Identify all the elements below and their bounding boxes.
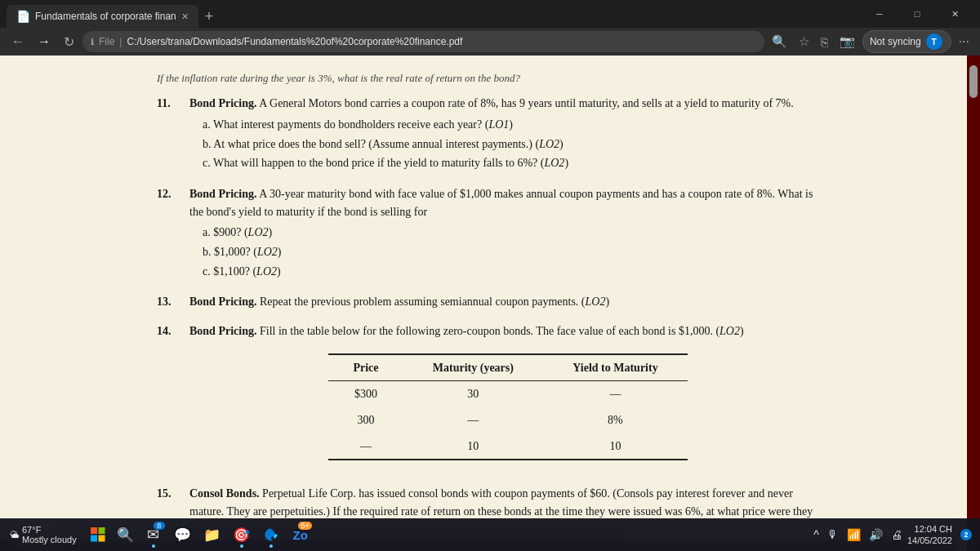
- protocol-label: File: [99, 36, 114, 47]
- edge-icon: [264, 527, 278, 542]
- back-button[interactable]: ←: [7, 31, 29, 52]
- minimize-button[interactable]: ─: [861, 0, 898, 28]
- weather-condition: Mostly cloudy: [22, 535, 77, 544]
- weather-info: 67°F Mostly cloudy: [22, 525, 77, 544]
- problem-11-subs: a. What interest payments do bondholders…: [203, 116, 826, 172]
- browser-toolbar: ← → ↻ ℹ File | C:/Users/trana/Downloads/…: [0, 28, 980, 56]
- notification-badge[interactable]: 2: [960, 529, 972, 540]
- pdf-content: If the inflation rate during the year is…: [108, 56, 859, 551]
- volume-icon[interactable]: 🔊: [866, 527, 886, 543]
- pdf-main[interactable]: If the inflation rate during the year is…: [0, 56, 967, 551]
- address-bar[interactable]: ℹ File | C:/Users/trana/Downloads/Fundam…: [82, 31, 764, 52]
- screenshot-button[interactable]: 📷: [835, 31, 859, 52]
- address-text[interactable]: C:/Users/trana/Downloads/Fundamentals%20…: [127, 36, 462, 47]
- more-menu-button[interactable]: ···: [955, 31, 973, 52]
- window-controls: ─ □ ✕: [861, 0, 973, 28]
- problem-12-c: c. $1,100? (LO2): [203, 263, 826, 281]
- row2-yield: 8%: [543, 407, 688, 433]
- problem-13: 13. Bond Pricing. Repeat the previous pr…: [157, 293, 826, 311]
- info-icon: ℹ: [91, 37, 94, 47]
- row1-yield: —: [543, 381, 688, 407]
- search-toolbar-button[interactable]: 🔍: [768, 31, 791, 52]
- table-row-1: $300 30 —: [328, 381, 688, 407]
- problem-13-text: Repeat the previous problem assuming sem…: [256, 295, 609, 308]
- problem-11-c: c. What will happen to the bond price if…: [203, 154, 826, 172]
- problem-14-num: 14.: [157, 322, 181, 473]
- problem-12-subs: a. $900? (LO2) b. $1,000? (LO2) c. $1,10…: [203, 224, 826, 280]
- tray-expand-icon[interactable]: ^: [810, 527, 822, 543]
- problem-11-a: a. What interest payments do bondholders…: [203, 116, 826, 134]
- windows-logo-icon: [91, 527, 105, 542]
- wifi-icon[interactable]: 📶: [844, 527, 864, 543]
- red-app-dot: [240, 544, 243, 548]
- svg-rect-1: [98, 527, 105, 534]
- edge-button[interactable]: [256, 520, 286, 549]
- pdf-tab-icon: 📄: [16, 10, 30, 23]
- problem-12-text: A 30-year maturity bond with face value …: [189, 188, 813, 218]
- problem-14: 14. Bond Pricing. Fill in the table belo…: [157, 322, 826, 473]
- windows-taskbar: 🌥 67°F Mostly cloudy 🔍 ✉ 8 💬 📁 🎯: [0, 518, 980, 551]
- browser-chrome: 📄 Fundamentals of corporate finan ✕ + ─ …: [0, 0, 980, 56]
- weather-icon: 🌥: [10, 530, 19, 540]
- refresh-button[interactable]: ↻: [59, 31, 79, 53]
- problem-14-bold: Bond Pricing.: [189, 325, 256, 337]
- vertical-scrollbar[interactable]: [967, 56, 980, 551]
- not-syncing-button[interactable]: Not syncing T: [862, 30, 951, 53]
- address-separator: |: [119, 36, 122, 47]
- problem-12-b: b. $1,000? (LO2): [203, 243, 826, 261]
- tab-title: Fundamentals of corporate finan: [35, 11, 176, 22]
- zoom-button[interactable]: Zo 5+: [286, 520, 315, 549]
- maximize-button[interactable]: □: [898, 0, 936, 28]
- forward-button[interactable]: →: [33, 31, 56, 52]
- system-clock[interactable]: 12:04 CH 14/05/2022: [907, 523, 959, 547]
- weather-widget[interactable]: 🌥 67°F Mostly cloudy: [3, 525, 83, 544]
- row1-maturity: 30: [403, 381, 543, 407]
- problem-11-body: Bond Pricing. A General Motors bond carr…: [189, 95, 826, 174]
- tab-close-button[interactable]: ✕: [181, 11, 189, 22]
- problem-15-bold: Consol Bonds.: [189, 487, 260, 500]
- bond-table: Price Maturity (years) Yield to Maturity…: [328, 353, 688, 461]
- vertical-scroll-thumb[interactable]: [969, 65, 978, 98]
- clock-time: 12:04 CH: [907, 523, 952, 535]
- tab-bar: 📄 Fundamentals of corporate finan ✕ + ─ …: [0, 0, 980, 28]
- row2-maturity: —: [403, 407, 543, 433]
- problem-14-body: Bond Pricing. Fill in the table below fo…: [189, 322, 826, 473]
- problem-11-num: 11.: [157, 95, 181, 174]
- problem-12-bold: Bond Pricing.: [189, 188, 256, 200]
- red-app-icon: 🎯: [233, 527, 250, 544]
- zoom-badge: 5+: [298, 522, 311, 530]
- problem-11-b: b. At what price does the bond sell? (As…: [203, 136, 826, 153]
- microphone-icon[interactable]: 🎙: [824, 527, 842, 543]
- teams-taskbar-button[interactable]: 💬: [168, 520, 198, 549]
- bond-table-wrapper: Price Maturity (years) Yield to Maturity…: [328, 353, 688, 461]
- start-button[interactable]: [83, 520, 113, 549]
- system-tray: ^ 🎙 📶 🔊 🖨 12:04 CH 14/05/2022 2: [810, 523, 977, 547]
- close-button[interactable]: ✕: [936, 0, 973, 28]
- red-app-button[interactable]: 🎯: [227, 520, 256, 549]
- collections-button[interactable]: ⎘: [817, 32, 832, 52]
- printer-icon[interactable]: 🖨: [888, 527, 906, 543]
- problem-12-body: Bond Pricing. A 30-year maturity bond wi…: [189, 185, 826, 282]
- clock-date: 14/05/2022: [907, 535, 952, 546]
- favorites-button[interactable]: ☆: [795, 31, 813, 52]
- active-tab[interactable]: 📄 Fundamentals of corporate finan ✕: [7, 5, 198, 28]
- new-tab-button[interactable]: +: [198, 5, 220, 28]
- problem-14-text: Fill in the table below for the followin…: [256, 325, 743, 337]
- pdf-container: If the inflation rate during the year is…: [0, 56, 980, 551]
- problem-13-bold: Bond Pricing.: [189, 295, 256, 308]
- file-explorer-button[interactable]: 📁: [198, 520, 227, 549]
- col-yield: Yield to Maturity: [543, 354, 688, 381]
- search-button[interactable]: 🔍: [113, 520, 139, 549]
- table-row-2: 300 — 8%: [328, 407, 688, 433]
- problem-11: 11. Bond Pricing. A General Motors bond …: [157, 95, 826, 174]
- row3-price: —: [328, 433, 403, 460]
- table-row-3: — 10 10: [328, 433, 688, 460]
- mail-taskbar-button[interactable]: ✉ 8: [139, 520, 168, 549]
- row2-price: 300: [328, 407, 403, 433]
- problem-11-bold: Bond Pricing.: [189, 97, 256, 109]
- toolbar-right: 🔍 ☆ ⎘ 📷 Not syncing T ···: [768, 30, 973, 53]
- problem-13-num: 13.: [157, 293, 181, 311]
- weather-temp: 67°F: [22, 525, 77, 535]
- row3-yield: 10: [543, 433, 688, 460]
- search-icon: 🔍: [117, 527, 134, 544]
